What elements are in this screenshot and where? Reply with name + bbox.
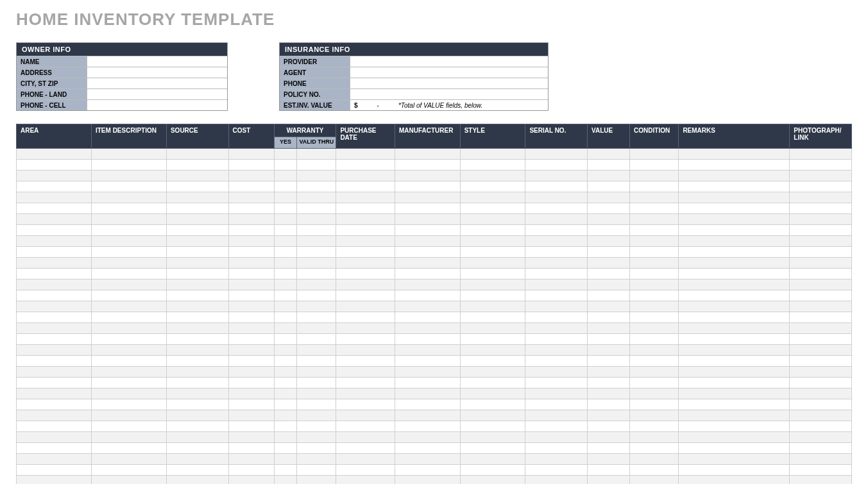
table-cell[interactable]: [228, 421, 274, 432]
table-cell[interactable]: [17, 236, 92, 247]
insurance-value-phone[interactable]: [350, 78, 548, 88]
table-cell[interactable]: [588, 367, 630, 378]
table-cell[interactable]: [336, 465, 395, 476]
table-cell[interactable]: [525, 312, 588, 323]
table-cell[interactable]: [17, 290, 92, 301]
table-cell[interactable]: [460, 203, 525, 214]
table-cell[interactable]: [228, 356, 274, 367]
table-cell[interactable]: [460, 214, 525, 225]
table-cell[interactable]: [274, 323, 297, 334]
table-cell[interactable]: [525, 258, 588, 269]
owner-value-city[interactable]: [87, 78, 227, 88]
table-cell[interactable]: [395, 149, 460, 160]
table-cell[interactable]: [228, 236, 274, 247]
table-cell[interactable]: [588, 465, 630, 476]
table-cell[interactable]: [91, 269, 166, 280]
table-cell[interactable]: [297, 345, 336, 356]
table-cell[interactable]: [336, 236, 395, 247]
table-cell[interactable]: [630, 247, 679, 258]
table-cell[interactable]: [790, 214, 852, 225]
table-cell[interactable]: [525, 269, 588, 280]
table-cell[interactable]: [166, 225, 228, 236]
table-cell[interactable]: [336, 203, 395, 214]
table-cell[interactable]: [395, 410, 460, 421]
table-cell[interactable]: [297, 280, 336, 290]
table-cell[interactable]: [525, 160, 588, 171]
table-cell[interactable]: [228, 214, 274, 225]
table-cell[interactable]: [17, 203, 92, 214]
table-cell[interactable]: [297, 247, 336, 258]
table-cell[interactable]: [228, 258, 274, 269]
table-cell[interactable]: [395, 203, 460, 214]
table-cell[interactable]: [525, 443, 588, 454]
table-cell[interactable]: [790, 399, 852, 410]
table-cell[interactable]: [460, 192, 525, 203]
table-cell[interactable]: [336, 356, 395, 367]
table-cell[interactable]: [679, 476, 790, 485]
table-cell[interactable]: [395, 301, 460, 312]
table-cell[interactable]: [395, 214, 460, 225]
table-cell[interactable]: [336, 367, 395, 378]
table-cell[interactable]: [166, 388, 228, 399]
table-cell[interactable]: [630, 410, 679, 421]
table-cell[interactable]: [395, 280, 460, 290]
table-cell[interactable]: [790, 236, 852, 247]
table-cell[interactable]: [274, 334, 297, 345]
table-cell[interactable]: [274, 258, 297, 269]
table-cell[interactable]: [297, 465, 336, 476]
table-cell[interactable]: [91, 280, 166, 290]
table-cell[interactable]: [228, 171, 274, 181]
table-cell[interactable]: [790, 454, 852, 465]
table-cell[interactable]: [630, 378, 679, 388]
table-cell[interactable]: [297, 399, 336, 410]
table-cell[interactable]: [588, 388, 630, 399]
table-cell[interactable]: [630, 280, 679, 290]
table-cell[interactable]: [274, 356, 297, 367]
table-cell[interactable]: [228, 378, 274, 388]
table-cell[interactable]: [166, 301, 228, 312]
table-cell[interactable]: [166, 203, 228, 214]
table-cell[interactable]: [17, 301, 92, 312]
table-cell[interactable]: [525, 225, 588, 236]
table-cell[interactable]: [630, 258, 679, 269]
table-cell[interactable]: [630, 160, 679, 171]
table-cell[interactable]: [91, 432, 166, 443]
table-cell[interactable]: [91, 323, 166, 334]
table-cell[interactable]: [790, 323, 852, 334]
table-cell[interactable]: [588, 149, 630, 160]
table-cell[interactable]: [679, 323, 790, 334]
table-cell[interactable]: [228, 465, 274, 476]
table-cell[interactable]: [460, 258, 525, 269]
table-cell[interactable]: [790, 432, 852, 443]
table-cell[interactable]: [790, 290, 852, 301]
table-cell[interactable]: [91, 345, 166, 356]
table-cell[interactable]: [17, 225, 92, 236]
table-cell[interactable]: [228, 399, 274, 410]
table-cell[interactable]: [297, 454, 336, 465]
table-cell[interactable]: [630, 432, 679, 443]
table-cell[interactable]: [790, 301, 852, 312]
owner-value-cell[interactable]: [87, 100, 227, 110]
table-cell[interactable]: [336, 149, 395, 160]
table-cell[interactable]: [630, 312, 679, 323]
table-cell[interactable]: [166, 181, 228, 192]
table-cell[interactable]: [630, 465, 679, 476]
table-cell[interactable]: [336, 290, 395, 301]
table-cell[interactable]: [460, 454, 525, 465]
table-cell[interactable]: [166, 192, 228, 203]
table-cell[interactable]: [525, 214, 588, 225]
table-cell[interactable]: [630, 214, 679, 225]
table-cell[interactable]: [525, 301, 588, 312]
table-cell[interactable]: [395, 334, 460, 345]
table-cell[interactable]: [630, 203, 679, 214]
insurance-value-agent[interactable]: [350, 67, 548, 78]
table-cell[interactable]: [91, 399, 166, 410]
owner-value-address[interactable]: [87, 67, 227, 78]
table-cell[interactable]: [91, 410, 166, 421]
owner-value-land[interactable]: [87, 89, 227, 99]
table-cell[interactable]: [395, 269, 460, 280]
table-cell[interactable]: [297, 236, 336, 247]
table-cell[interactable]: [395, 378, 460, 388]
table-cell[interactable]: [274, 399, 297, 410]
table-cell[interactable]: [274, 388, 297, 399]
